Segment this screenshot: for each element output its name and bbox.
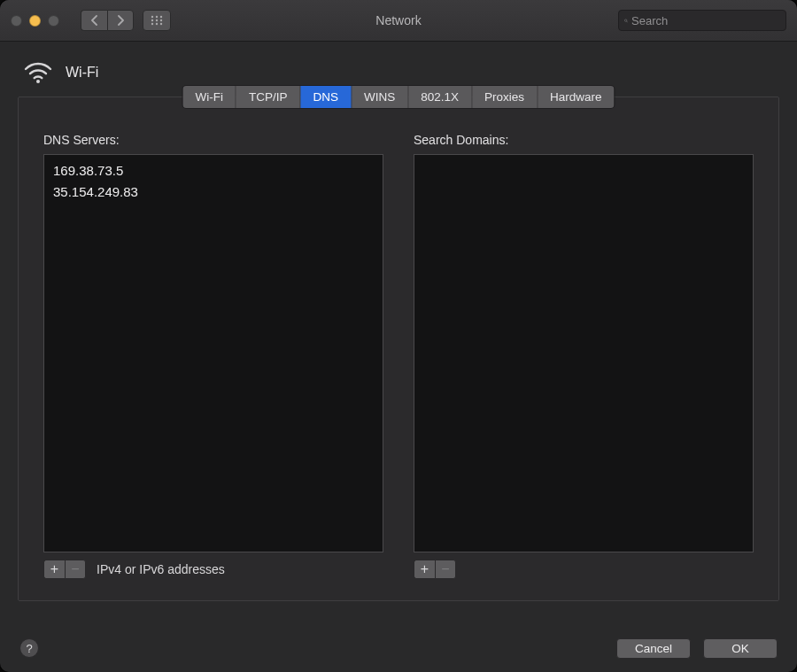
close-window-button[interactable] bbox=[11, 15, 22, 27]
search-icon bbox=[624, 15, 628, 27]
minimize-window-button[interactable] bbox=[29, 15, 41, 27]
svg-point-0 bbox=[151, 16, 153, 18]
tab-hardware[interactable]: Hardware bbox=[538, 86, 615, 108]
nav-group bbox=[81, 10, 134, 31]
tab-proxies[interactable]: Proxies bbox=[472, 86, 538, 108]
search-field-wrap[interactable] bbox=[618, 10, 786, 31]
search-domains-column: Search Domains: + − bbox=[414, 133, 754, 579]
show-all-button[interactable] bbox=[143, 10, 171, 31]
dns-servers-label: DNS Servers: bbox=[43, 133, 383, 147]
dns-add-button[interactable]: + bbox=[43, 560, 65, 579]
svg-point-4 bbox=[156, 19, 158, 21]
svg-line-10 bbox=[627, 21, 628, 22]
interface-name: Wi-Fi bbox=[66, 65, 98, 81]
cancel-button[interactable]: Cancel bbox=[616, 638, 691, 659]
dns-servers-column: DNS Servers: 169.38.73.535.154.249.83 + … bbox=[43, 133, 383, 579]
svg-point-11 bbox=[36, 80, 40, 83]
search-input[interactable] bbox=[631, 14, 780, 27]
svg-point-7 bbox=[156, 23, 158, 25]
search-domains-label: Search Domains: bbox=[414, 133, 754, 147]
dns-servers-list[interactable]: 169.38.73.535.154.249.83 bbox=[43, 154, 383, 552]
footer: ? Cancel OK bbox=[0, 624, 797, 672]
dns-add-remove-group: + − bbox=[43, 560, 86, 579]
settings-panel: Wi-FiTCP/IPDNSWINS802.1XProxiesHardware … bbox=[18, 97, 779, 601]
dns-columns: DNS Servers: 169.38.73.535.154.249.83 + … bbox=[43, 133, 754, 579]
svg-point-2 bbox=[160, 16, 162, 18]
svg-point-8 bbox=[160, 23, 162, 25]
dns-server-row[interactable]: 35.154.249.83 bbox=[51, 182, 375, 203]
dns-list-controls: + − IPv4 or IPv6 addresses bbox=[43, 560, 383, 579]
tabs-strip: Wi-FiTCP/IPDNSWINS802.1XProxiesHardware bbox=[182, 86, 614, 108]
grid-icon bbox=[151, 15, 163, 26]
domains-list-controls: + − bbox=[414, 560, 754, 579]
svg-point-5 bbox=[160, 19, 162, 21]
svg-point-3 bbox=[151, 19, 153, 21]
dns-format-hint: IPv4 or IPv6 addresses bbox=[97, 562, 225, 576]
forward-button[interactable] bbox=[107, 10, 134, 31]
content-area: Wi-Fi Wi-FiTCP/IPDNSWINS802.1XProxiesHar… bbox=[0, 42, 797, 614]
domains-add-button[interactable]: + bbox=[414, 560, 435, 579]
tab-wins[interactable]: WINS bbox=[352, 86, 408, 108]
tab-wi-fi[interactable]: Wi-Fi bbox=[182, 86, 236, 108]
domains-add-remove-group: + − bbox=[414, 560, 456, 579]
help-button[interactable]: ? bbox=[19, 638, 39, 658]
domains-remove-button[interactable]: − bbox=[435, 560, 456, 579]
search-domains-list[interactable] bbox=[414, 154, 754, 552]
network-preferences-window: Network Wi-Fi Wi-FiTCP/IPDNSWINS80 bbox=[0, 0, 797, 672]
ok-button[interactable]: OK bbox=[703, 638, 778, 659]
dns-server-row[interactable]: 169.38.73.5 bbox=[51, 160, 375, 182]
tab-802-1x[interactable]: 802.1X bbox=[408, 86, 472, 108]
back-button[interactable] bbox=[81, 10, 107, 31]
chevron-right-icon bbox=[117, 15, 125, 26]
window-controls bbox=[11, 15, 59, 27]
svg-point-6 bbox=[151, 23, 153, 25]
wifi-icon bbox=[23, 61, 53, 84]
tab-dns[interactable]: DNS bbox=[300, 86, 352, 108]
chevron-left-icon bbox=[90, 15, 98, 26]
svg-point-1 bbox=[156, 16, 158, 18]
zoom-window-button[interactable] bbox=[48, 15, 59, 27]
titlebar: Network bbox=[0, 0, 797, 42]
dns-remove-button[interactable]: − bbox=[65, 560, 86, 579]
tab-tcp-ip[interactable]: TCP/IP bbox=[236, 86, 301, 108]
